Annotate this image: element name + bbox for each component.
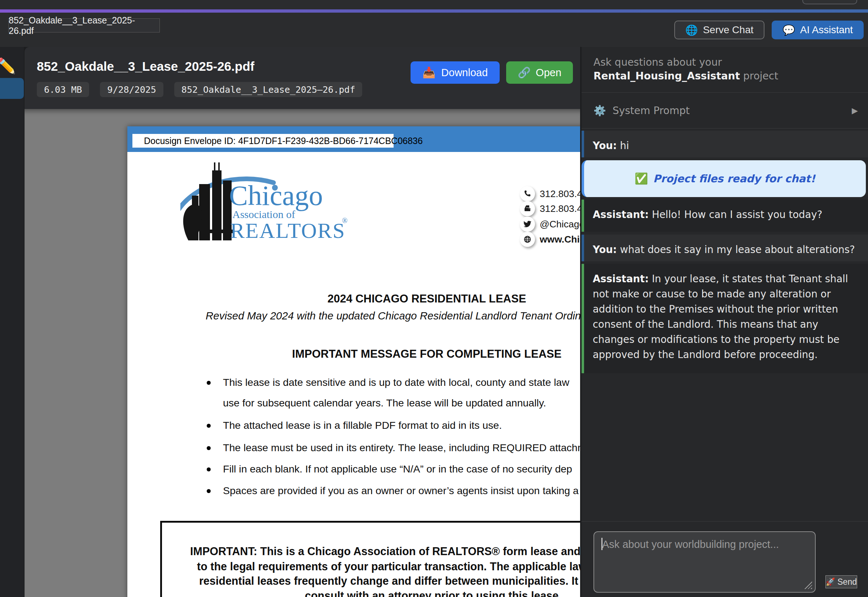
- important-line: consult with an attorney prior to using …: [305, 590, 562, 597]
- contact-phone: 312.803.49: [540, 189, 580, 200]
- ai-assistant-button[interactable]: 💬 AI Assistant: [772, 21, 864, 39]
- bullet-line: This lease is date sensitive and is up t…: [223, 376, 569, 388]
- check-mark-icon: ✅: [635, 171, 648, 186]
- accent-gradient-line: [0, 9, 868, 13]
- contact-fax: 312.803.49: [540, 203, 580, 214]
- important-line: residential leases frequently change and…: [199, 575, 580, 587]
- pencil-icon[interactable]: ✏️: [0, 57, 16, 75]
- send-label: Send: [837, 577, 857, 587]
- ai-chat-panel: Ask questions about your Rental_Housing_…: [582, 47, 868, 597]
- doc-heading-2: IMPORTANT MESSAGE FOR COMPLETING LEASE: [127, 348, 580, 361]
- chat-input[interactable]: [594, 531, 816, 593]
- file-size-chip: 6.03 MB: [37, 82, 89, 97]
- contact-website: www.Chica: [540, 234, 580, 245]
- logo-registered: ®: [342, 217, 347, 224]
- bullet-line: The attached lease is in a fillable PDF …: [223, 419, 502, 431]
- globe-icon: [520, 232, 535, 247]
- chat-message-assistant: Assistant: In your lease, it states that…: [582, 264, 868, 373]
- doc-subheading: Revised May 2024 with the updated Chicag…: [206, 310, 580, 322]
- message-text: Hello! How can I assist you today?: [652, 209, 822, 220]
- message-author: You:: [593, 244, 617, 255]
- chat-header-prefix: Ask questions about your: [594, 56, 722, 68]
- open-label: Open: [536, 67, 561, 79]
- app-window: 852_Oakdale__3_Lease_2025-26.pdf 🌐 Serve…: [0, 0, 868, 597]
- fax-icon: [520, 201, 535, 216]
- pdf-page: Docusign Envelope ID: 4F1D7DF1-F239-432B…: [127, 126, 580, 597]
- send-button[interactable]: 🚀 Send: [825, 575, 857, 588]
- car-logo: Chicago Association of REALTORS ®: [181, 159, 364, 245]
- system-prompt-label: System Prompt: [613, 105, 690, 117]
- chat-message-user: You: hi: [582, 131, 868, 157]
- file-actions: 📥 Download 🔗 Open: [410, 61, 573, 84]
- text-caret: [601, 538, 603, 550]
- contact-twitter: @ChicagoR: [540, 219, 580, 230]
- bullet-dot: [207, 424, 211, 428]
- system-prompt-row[interactable]: ⚙️ System Prompt ▶: [582, 93, 868, 128]
- speech-bubble-icon: 💬: [782, 24, 795, 36]
- file-preview-card: 852_Oakdale__3_Lease_2025-26.pdf 6.03 MB…: [25, 47, 580, 597]
- rocket-icon: 🚀: [826, 578, 835, 586]
- divider: [582, 128, 868, 129]
- message-text: hi: [620, 140, 629, 151]
- docusign-strip: Docusign Envelope ID: 4F1D7DF1-F239-432B…: [132, 134, 394, 148]
- important-line: IMPORTANT: This is a Chicago Association…: [190, 545, 580, 558]
- doc-heading-1: 2024 CHICAGO RESIDENTIAL LEASE: [127, 293, 580, 305]
- chat-status-message: ✅ Project files ready for chat!: [582, 160, 866, 197]
- ai-assistant-label: AI Assistant: [800, 24, 853, 36]
- important-notice-box: IMPORTANT: This is a Chicago Association…: [160, 521, 580, 597]
- sidebar-active-item[interactable]: [0, 78, 24, 99]
- message-author: Assistant:: [593, 209, 649, 220]
- docusign-envelope-id: Docusign Envelope ID: 4F1D7DF1-F239-432B…: [144, 136, 423, 146]
- download-label: Download: [441, 67, 488, 79]
- pdf-viewer[interactable]: Docusign Envelope ID: 4F1D7DF1-F239-432B…: [25, 109, 580, 597]
- chat-header-suffix: project: [740, 70, 778, 82]
- bullet-line: The lease must be used in its entirety. …: [223, 442, 580, 454]
- gear-icon: ⚙️: [594, 105, 606, 117]
- message-author: You:: [593, 140, 617, 151]
- logo-chicago: Chicago: [229, 180, 323, 211]
- bullet-dot: [207, 446, 211, 450]
- chat-input-area: 🚀 Send: [582, 521, 868, 597]
- file-name-chip: 852_Oakdale__3_Lease_2025–26.pdf: [174, 82, 363, 97]
- logo-realtors: REALTORS: [230, 219, 345, 242]
- project-name: Rental_Housing_Assistant: [594, 70, 740, 82]
- serve-chat-button[interactable]: 🌐 Serve Chat: [674, 21, 764, 39]
- bullet-line: Spaces are provided if you as an owner o…: [223, 485, 579, 497]
- important-line: to the legal requirements of your partic…: [197, 560, 580, 573]
- chevron-right-icon: ▶: [852, 106, 858, 115]
- message-author: Assistant:: [593, 273, 649, 284]
- download-tray-icon: 📥: [422, 67, 435, 79]
- bullet-dot: [207, 381, 211, 385]
- phone-icon: [520, 186, 535, 201]
- partial-button-top[interactable]: [802, 0, 857, 4]
- file-date-chip: 9/28/2025: [100, 82, 163, 97]
- bullet-line: use for subsequent calendar years. The l…: [223, 397, 546, 409]
- globe-icon: 🌐: [685, 24, 698, 36]
- open-button[interactable]: 🔗 Open: [506, 61, 573, 84]
- bullet-dot: [207, 489, 211, 493]
- docusign-banner: Docusign Envelope ID: 4F1D7DF1-F239-432B…: [127, 126, 580, 152]
- bullet-dot: [207, 468, 211, 471]
- twitter-icon: [520, 217, 535, 232]
- bullet-line: Fill in each blank. If not applicable us…: [223, 463, 572, 475]
- chat-message-user: You: what does it say in my lease about …: [582, 235, 868, 261]
- top-actions: 🌐 Serve Chat 💬 AI Assistant: [674, 21, 864, 39]
- file-tab[interactable]: 852_Oakdale__3_Lease_2025-26.pdf: [8, 18, 160, 33]
- chat-panel-header: Ask questions about your Rental_Housing_…: [594, 56, 857, 83]
- file-tab-label: 852_Oakdale__3_Lease_2025-26.pdf: [9, 15, 160, 36]
- message-text: what does it say in my lease about alter…: [620, 244, 855, 255]
- file-title: 852_Oakdale__3_Lease_2025-26.pdf: [37, 59, 254, 74]
- message-text: In your lease, it states that Tenant sha…: [593, 273, 848, 360]
- download-button[interactable]: 📥 Download: [410, 61, 500, 84]
- chat-message-assistant: Assistant: Hello! How can I assist you t…: [582, 200, 868, 232]
- link-icon: 🔗: [518, 67, 531, 79]
- top-bar: 852_Oakdale__3_Lease_2025-26.pdf 🌐 Serve…: [0, 0, 868, 47]
- serve-chat-label: Serve Chat: [703, 24, 753, 36]
- status-text: Project files ready for chat!: [653, 171, 815, 186]
- skyline-silhouette: [183, 162, 234, 241]
- file-meta-chips: 6.03 MB 9/28/2025 852_Oakdale__3_Lease_2…: [37, 82, 362, 97]
- left-sidebar: ✏️: [0, 47, 24, 597]
